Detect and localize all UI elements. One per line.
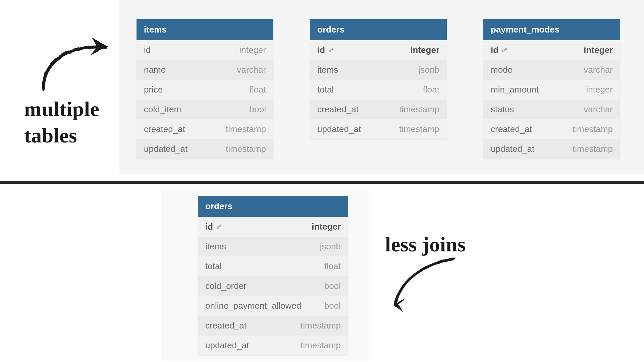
column-type: bool	[324, 281, 341, 291]
table-row: pricefloat	[137, 80, 273, 100]
column-type: integer	[584, 45, 613, 55]
column-name: created_at	[144, 124, 185, 134]
column-type: bool	[324, 301, 341, 311]
column-type: timestamp	[399, 124, 439, 134]
column-name: updated_at	[205, 340, 249, 351]
column-type: timestamp	[301, 320, 341, 331]
column-type: integer	[410, 45, 439, 55]
table-row: created_attimestamp	[310, 100, 447, 119]
annotation-multiple-tables: multipletables	[24, 96, 99, 149]
table-row: online_payment_allowedbool	[198, 296, 348, 316]
db-table-orders: ordersidintegeritemsjsonbtotalfloatcreat…	[310, 19, 447, 139]
column-type: integer	[312, 222, 341, 232]
column-name: items	[317, 65, 338, 75]
key-icon	[216, 223, 223, 231]
column-name: name	[144, 65, 166, 75]
column-type: timestamp	[301, 340, 341, 351]
column-type: float	[423, 84, 439, 95]
column-name: min_amount	[491, 84, 539, 95]
column-name: id	[491, 45, 508, 55]
column-name: cold_order	[205, 281, 247, 291]
column-name: created_at	[205, 320, 247, 331]
column-type: float	[250, 84, 266, 95]
table-header: payment_modes	[483, 19, 620, 40]
table-header: orders	[310, 19, 447, 40]
column-type: timestamp	[226, 124, 266, 134]
column-name: id	[317, 45, 335, 55]
table-row: updated_attimestamp	[483, 139, 620, 159]
column-name: total	[317, 84, 334, 95]
table-row: totalfloat	[310, 80, 447, 100]
table-row: idinteger	[198, 217, 348, 237]
column-name: mode	[491, 65, 513, 75]
table-row: itemsjsonb	[310, 60, 447, 80]
column-name: items	[205, 241, 226, 252]
table-row: modevarchar	[483, 60, 620, 80]
column-type: varchar	[237, 65, 266, 75]
column-name: id	[205, 222, 223, 232]
column-name: updated_at	[491, 144, 534, 154]
column-type: jsonb	[419, 65, 439, 75]
table-row: namevarchar	[137, 60, 273, 80]
column-type: timestamp	[226, 144, 266, 154]
table-row: idinteger	[310, 40, 447, 60]
column-name: id	[144, 45, 151, 55]
column-type: integer	[239, 45, 266, 55]
column-name: created_at	[491, 124, 532, 134]
column-name: online_payment_allowed	[205, 301, 301, 311]
table-header: items	[137, 19, 273, 40]
column-type: integer	[586, 84, 613, 95]
column-name: status	[491, 104, 514, 115]
table-row: created_attimestamp	[198, 316, 348, 336]
table-row: created_attimestamp	[483, 119, 620, 139]
key-icon	[501, 47, 508, 54]
table-row: updated_attimestamp	[310, 119, 447, 139]
table-header: orders	[198, 196, 348, 217]
table-row: cold_itembool	[137, 100, 273, 119]
table-row: cold_orderbool	[198, 276, 348, 296]
table-row: updated_attimestamp	[137, 139, 273, 159]
db-table-items: itemsidintegernamevarcharpricefloatcold_…	[137, 19, 273, 159]
column-name: updated_at	[144, 144, 187, 154]
db-table-payment-modes: payment_modesidintegermodevarcharmin_amo…	[483, 19, 620, 159]
table-row: idinteger	[483, 40, 620, 60]
table-row: statusvarchar	[483, 100, 620, 119]
table-row: totalfloat	[198, 256, 348, 276]
table-row: idinteger	[137, 40, 273, 60]
column-type: jsonb	[320, 241, 341, 252]
column-type: timestamp	[573, 144, 613, 154]
arrow-bottom-icon	[381, 255, 462, 315]
table-row: itemsjsonb	[198, 237, 348, 256]
table-row: min_amountinteger	[483, 80, 620, 100]
db-table-orders-denormalized: ordersidintegeritemsjsonbtotalfloatcold_…	[198, 196, 348, 355]
column-type: varchar	[584, 65, 613, 75]
column-type: float	[324, 261, 341, 272]
arrow-top-icon	[36, 36, 123, 93]
table-row: updated_attimestamp	[198, 336, 348, 355]
column-type: timestamp	[399, 104, 439, 115]
column-name: created_at	[317, 104, 359, 115]
column-type: varchar	[584, 104, 613, 115]
key-icon	[328, 47, 335, 54]
table-row: created_attimestamp	[137, 119, 273, 139]
annotation-less-joins: less joins	[385, 231, 466, 258]
column-name: updated_at	[317, 124, 361, 134]
column-name: price	[144, 84, 163, 95]
column-type: bool	[250, 104, 266, 115]
column-type: timestamp	[573, 124, 613, 134]
column-name: cold_item	[144, 104, 181, 115]
section-divider	[0, 181, 644, 184]
column-name: total	[205, 261, 222, 272]
